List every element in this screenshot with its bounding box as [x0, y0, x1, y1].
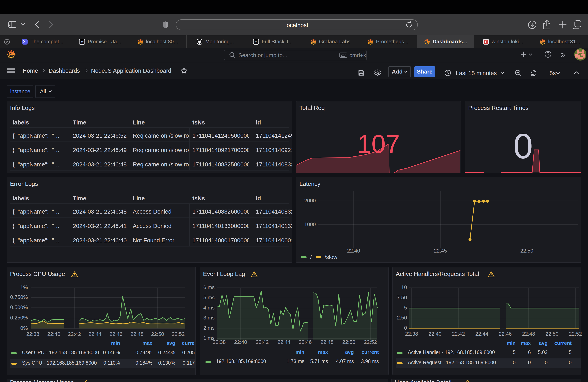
svg-text:M: M — [81, 40, 84, 44]
svg-text:t: t — [255, 40, 257, 44]
